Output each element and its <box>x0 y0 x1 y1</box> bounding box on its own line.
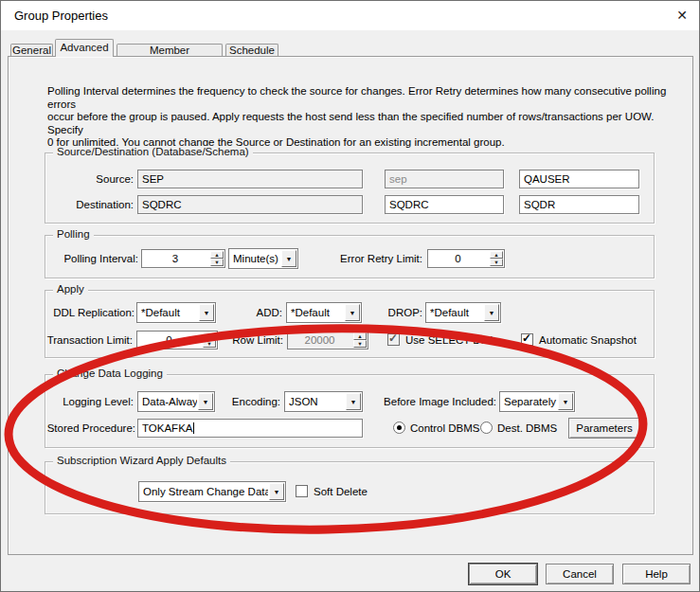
spinner-up-icon[interactable]: ▲ <box>210 251 224 259</box>
encoding-dropdown[interactable]: JSON ▼ <box>284 391 363 412</box>
group-source-destination-legend: Source/Destination (Database/Schema) <box>53 146 253 157</box>
destination-database-field: SQDRC <box>137 195 363 214</box>
group-change-data-logging-legend: Change Data Logging <box>53 368 167 379</box>
polling-interval-value[interactable]: 3 <box>142 250 208 267</box>
source-label: Source: <box>45 170 134 188</box>
row-limit-value: 20000 <box>288 332 351 349</box>
group-properties-dialog: Group Properties ✕ General Advanced Memb… <box>0 0 700 592</box>
polling-unit-value: Minute(s) <box>233 249 280 268</box>
window-title: Group Properties <box>14 9 108 23</box>
polling-interval-label: Polling Interval: <box>45 249 138 268</box>
stored-procedure-label: Stored Procedure: <box>45 419 135 438</box>
parameters-button[interactable]: Parameters <box>568 418 640 439</box>
error-retry-limit-label: Error Retry Limit: <box>330 249 422 268</box>
polling-unit-dropdown[interactable]: Minute(s) ▼ <box>228 248 298 269</box>
tab-advanced[interactable]: Advanced <box>55 39 114 57</box>
before-image-included-value: Separately <box>504 392 557 411</box>
tab-page-advanced: Polling Interval determines the frequenc… <box>8 56 693 555</box>
soft-delete-label: Soft Delete <box>314 485 368 498</box>
polling-interval-spinner[interactable]: 3 ▲ ▼ <box>141 249 225 268</box>
group-apply-legend: Apply <box>53 283 88 295</box>
dropdown-arrow-icon[interactable]: ▼ <box>346 393 361 410</box>
dropdown-arrow-icon[interactable]: ▼ <box>558 393 573 410</box>
group-apply: Apply DDL Replication: *Default ▼ ADD: *… <box>45 290 655 358</box>
destination-label: Destination: <box>45 195 134 214</box>
logging-level-label: Logging Level: <box>45 392 134 411</box>
spinner-down-icon[interactable]: ▼ <box>203 340 216 348</box>
destination-user-field[interactable]: SQDR <box>519 195 639 214</box>
group-polling: Polling Polling Interval: 3 ▲ ▼ Minute(s… <box>45 235 655 278</box>
drop-label: DROP: <box>330 303 422 322</box>
dest-dbms-radio[interactable] <box>480 422 493 434</box>
group-subscription-wizard-defaults: Subscription Wizard Apply Defaults Only … <box>45 461 655 514</box>
control-dbms-radio[interactable] <box>393 422 405 434</box>
group-subscription-wizard-defaults-legend: Subscription Wizard Apply Defaults <box>53 455 230 466</box>
ddl-replication-label: DDL Replication: <box>45 303 135 322</box>
dropdown-arrow-icon[interactable]: ▼ <box>269 483 284 500</box>
before-image-included-label: Before Image Included: <box>368 392 496 411</box>
tab-member-subscriptions[interactable]: Member Subscriptions <box>117 44 223 56</box>
spinner-up-icon[interactable]: ▲ <box>203 332 216 340</box>
automatic-snapshot-checkbox[interactable]: ✓ <box>521 333 533 346</box>
dropdown-arrow-icon[interactable]: ▼ <box>484 304 499 321</box>
dest-dbms-label: Dest. DBMS <box>497 422 557 435</box>
automatic-snapshot-label: Automatic Snapshot <box>539 333 637 347</box>
spinner-up-icon[interactable]: ▲ <box>490 251 503 259</box>
error-retry-limit-spinner[interactable]: 0 ▲ ▼ <box>427 249 505 268</box>
spinner-down-icon: ▼ <box>353 340 367 348</box>
group-polling-legend: Polling <box>53 228 94 240</box>
title-bar: Group Properties ✕ <box>1 1 699 30</box>
tab-schedule[interactable]: Schedule <box>225 44 278 56</box>
text-caret <box>193 422 194 434</box>
description-line-2: occur before the group is paused. Apply … <box>47 111 692 136</box>
check-icon: ✓ <box>522 332 531 345</box>
use-select-dml-label: Use SELECT DML <box>405 333 496 347</box>
tab-general[interactable]: General <box>10 44 53 56</box>
source-database-field: SEP <box>137 170 363 188</box>
stored-procedure-input[interactable]: TOKAFKA <box>137 419 363 438</box>
row-limit-label: Row Limit: <box>221 331 283 350</box>
description-text: Polling Interval determines the frequenc… <box>47 85 692 150</box>
apply-mode-value: Only Stream Change Data <box>143 482 268 501</box>
add-label: ADD: <box>188 303 282 322</box>
check-icon: ✓ <box>388 332 398 345</box>
group-change-data-logging: Change Data Logging Logging Level: Data-… <box>45 374 655 448</box>
drop-value: *Default <box>430 303 483 322</box>
source-user-field[interactable]: QAUSER <box>519 170 639 188</box>
spinner-down-icon[interactable]: ▼ <box>490 259 503 266</box>
source-schema-field: sep <box>385 170 504 188</box>
transaction-limit-label: Transaction Limit: <box>45 331 133 350</box>
drop-dropdown[interactable]: *Default ▼ <box>425 302 501 323</box>
spinner-down-icon[interactable]: ▼ <box>210 259 224 266</box>
transaction-limit-spinner[interactable]: 0 ▲ ▼ <box>136 331 218 350</box>
group-source-destination: Source/Destination (Database/Schema) Sou… <box>45 152 655 224</box>
transaction-limit-value[interactable]: 0 <box>137 332 201 349</box>
destination-schema-field[interactable]: SQDRC <box>385 195 504 214</box>
cancel-button[interactable]: Cancel <box>546 564 614 584</box>
before-image-included-dropdown[interactable]: Separately ▼ <box>499 391 575 412</box>
dropdown-arrow-icon[interactable]: ▼ <box>281 250 296 267</box>
use-select-dml-checkbox: ✓ <box>387 333 400 346</box>
soft-delete-checkbox[interactable] <box>296 485 308 497</box>
help-button[interactable]: Help <box>622 564 691 584</box>
spinner-up-icon: ▲ <box>353 332 367 340</box>
error-retry-limit-value[interactable]: 0 <box>428 250 488 267</box>
encoding-value: JSON <box>289 392 345 411</box>
control-dbms-label: Control DBMS <box>410 422 480 435</box>
close-icon[interactable]: ✕ <box>670 6 694 26</box>
ok-button[interactable]: OK <box>469 564 537 584</box>
stored-procedure-value: TOKAFKA <box>142 422 192 434</box>
description-line-1: Polling Interval determines the frequenc… <box>47 85 692 111</box>
apply-mode-dropdown[interactable]: Only Stream Change Data ▼ <box>138 481 286 502</box>
row-limit-spinner: 20000 ▲ ▼ <box>287 331 368 350</box>
encoding-label: Encoding: <box>186 392 280 411</box>
